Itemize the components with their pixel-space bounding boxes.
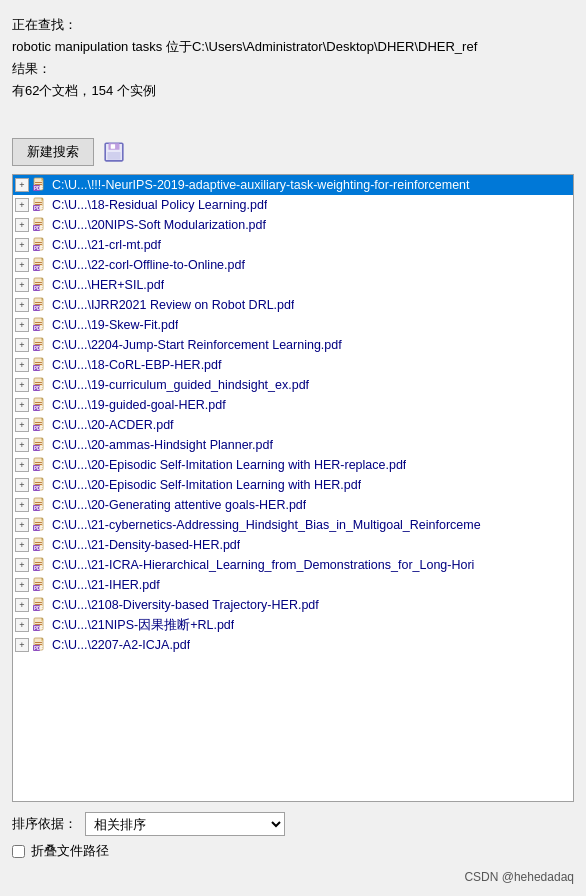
item-label: C:\U...\2204-Jump-Start Reinforcement Le… — [52, 338, 342, 352]
result-item[interactable]: + PDF C:\U...\19-curriculum_guided_hinds… — [13, 375, 573, 395]
result-item[interactable]: + PDF C:\U...\20NIPS-Soft Modularization… — [13, 215, 573, 235]
expand-icon[interactable]: + — [15, 418, 29, 432]
bottom-section: 排序依据： 相关排序文件名修改日期文件大小 折叠文件路径 — [12, 806, 574, 864]
svg-text:PDF: PDF — [34, 406, 43, 411]
result-item[interactable]: + PDF C:\U...\21-ICRA-Hierarchical_Learn… — [13, 555, 573, 575]
expand-icon[interactable]: + — [15, 578, 29, 592]
svg-rect-56 — [35, 304, 42, 305]
svg-rect-40 — [35, 264, 42, 265]
expand-icon[interactable]: + — [15, 298, 29, 312]
svg-rect-15 — [35, 202, 42, 203]
new-search-button[interactable]: 新建搜索 — [12, 138, 94, 166]
file-icon: PDF — [31, 516, 49, 534]
expand-icon[interactable]: + — [15, 238, 29, 252]
svg-rect-32 — [35, 244, 42, 245]
result-item[interactable]: + PDF C:\U...\19-Skew-Fit.pdf — [13, 315, 573, 335]
expand-icon[interactable]: + — [15, 198, 29, 212]
result-item[interactable]: + PDF C:\U...\20-ACDER.pdf — [13, 415, 573, 435]
svg-text:PDF: PDF — [34, 506, 43, 511]
expand-icon[interactable]: + — [15, 218, 29, 232]
expand-icon[interactable]: + — [15, 378, 29, 392]
svg-text:PDF: PDF — [34, 486, 43, 491]
item-label: C:\U...\22-corl-Offline-to-Online.pdf — [52, 258, 245, 272]
svg-rect-7 — [35, 182, 42, 183]
expand-icon[interactable]: + — [15, 518, 29, 532]
svg-rect-192 — [35, 644, 42, 645]
svg-text:PDF: PDF — [34, 426, 43, 431]
expand-icon[interactable]: + — [15, 458, 29, 472]
expand-icon[interactable]: + — [15, 498, 29, 512]
result-item[interactable]: + PDF C:\U...\21-crl-mt.pdf — [13, 235, 573, 255]
svg-text:PDF: PDF — [34, 366, 43, 371]
svg-text:PDF: PDF — [34, 546, 43, 551]
spacer — [12, 110, 574, 130]
file-icon: PDF — [31, 356, 49, 374]
svg-rect-80 — [35, 364, 42, 365]
file-icon: PDF — [31, 316, 49, 334]
expand-icon[interactable]: + — [15, 318, 29, 332]
expand-icon[interactable]: + — [15, 258, 29, 272]
svg-text:PDF: PDF — [34, 646, 43, 651]
result-item[interactable]: + PDF C:\U...\!!!-NeurIPS-2019-adaptive-… — [13, 175, 573, 195]
item-label: C:\U...\19-curriculum_guided_hindsight_e… — [52, 378, 309, 392]
file-icon: PDF — [31, 576, 49, 594]
svg-text:PDF: PDF — [34, 626, 43, 631]
item-label: C:\U...\21-ICRA-Hierarchical_Learning_fr… — [52, 558, 474, 572]
result-item[interactable]: + PDF C:\U...\21-IHER.pdf — [13, 575, 573, 595]
collapse-label[interactable]: 折叠文件路径 — [31, 842, 109, 860]
expand-icon[interactable]: + — [15, 358, 29, 372]
save-icon[interactable] — [102, 140, 126, 164]
expand-icon[interactable]: + — [15, 278, 29, 292]
svg-rect-128 — [35, 484, 42, 485]
result-item[interactable]: + PDF C:\U...\20-Generating attentive go… — [13, 495, 573, 515]
result-item[interactable]: + PDF C:\U...\18-CoRL-EBP-HER.pdf — [13, 355, 573, 375]
result-item[interactable]: + PDF C:\U...\21-cybernetics-Addressing_… — [13, 515, 573, 535]
result-item[interactable]: + PDF C:\U...\21NIPS-因果推断+RL.pdf — [13, 615, 573, 635]
item-label: C:\U...\HER+SIL.pdf — [52, 278, 164, 292]
svg-rect-24 — [35, 224, 42, 225]
file-icon: PDF — [31, 416, 49, 434]
result-item[interactable]: + PDF C:\U...\21-Density-based-HER.pdf — [13, 535, 573, 555]
result-item[interactable]: + PDF C:\U...\19-guided-goal-HER.pdf — [13, 395, 573, 415]
result-item[interactable]: + PDF C:\U...\IJRR2021 Review on Robot D… — [13, 295, 573, 315]
results-list[interactable]: + PDF C:\U...\!!!-NeurIPS-2019-adaptive-… — [13, 175, 573, 801]
result-item[interactable]: + PDF C:\U...\2207-A2-ICJA.pdf — [13, 635, 573, 655]
expand-icon[interactable]: + — [15, 398, 29, 412]
item-label: C:\U...\18-Residual Policy Learning.pdf — [52, 198, 267, 212]
file-icon: PDF — [31, 396, 49, 414]
sort-select[interactable]: 相关排序文件名修改日期文件大小 — [85, 812, 285, 836]
file-icon: PDF — [31, 376, 49, 394]
expand-icon[interactable]: + — [15, 178, 29, 192]
collapse-checkbox[interactable] — [12, 845, 25, 858]
expand-icon[interactable]: + — [15, 438, 29, 452]
svg-text:PDF: PDF — [34, 306, 43, 311]
expand-icon[interactable]: + — [15, 598, 29, 612]
file-icon: PDF — [31, 436, 49, 454]
svg-rect-3 — [107, 152, 120, 160]
item-label: C:\U...\!!!-NeurIPS-2019-adaptive-auxili… — [52, 178, 470, 192]
result-item[interactable]: + PDF C:\U...\20-Episodic Self-Imitation… — [13, 475, 573, 495]
svg-rect-152 — [35, 544, 42, 545]
result-item[interactable]: + PDF C:\U...\20-Episodic Self-Imitation… — [13, 455, 573, 475]
result-item[interactable]: + PDF C:\U...\22-corl-Offline-to-Online.… — [13, 255, 573, 275]
expand-icon[interactable]: + — [15, 478, 29, 492]
result-item[interactable]: + PDF C:\U...\2204-Jump-Start Reinforcem… — [13, 335, 573, 355]
expand-icon[interactable]: + — [15, 638, 29, 652]
expand-icon[interactable]: + — [15, 538, 29, 552]
expand-icon[interactable]: + — [15, 558, 29, 572]
expand-icon[interactable]: + — [15, 338, 29, 352]
expand-icon[interactable]: + — [15, 618, 29, 632]
svg-rect-8 — [35, 184, 42, 185]
svg-rect-184 — [35, 624, 42, 625]
result-item[interactable]: + PDF C:\U...\20-ammas-Hindsight Planner… — [13, 435, 573, 455]
svg-rect-16 — [35, 204, 42, 205]
result-item[interactable]: + PDF C:\U...\2108-Diversity-based Traje… — [13, 595, 573, 615]
svg-text:PDF: PDF — [34, 286, 43, 291]
svg-rect-48 — [35, 284, 42, 285]
result-item[interactable]: + PDF C:\U...\HER+SIL.pdf — [13, 275, 573, 295]
file-icon: PDF — [31, 476, 49, 494]
item-label: C:\U...\2108-Diversity-based Trajectory-… — [52, 598, 319, 612]
sort-row: 排序依据： 相关排序文件名修改日期文件大小 — [12, 812, 574, 836]
result-item[interactable]: + PDF C:\U...\18-Residual Policy Learnin… — [13, 195, 573, 215]
status-section: 正在查找： robotic manipulation tasks 位于C:\Us… — [12, 10, 574, 106]
